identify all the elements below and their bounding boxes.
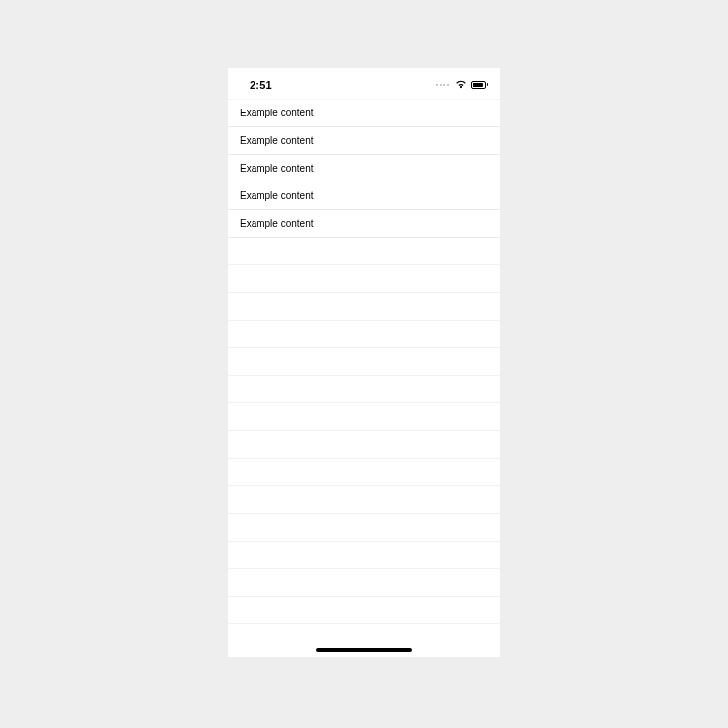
list-item-label: Example content — [240, 190, 314, 201]
list-item-label: Example content — [240, 163, 314, 174]
list-item[interactable]: Example content — [228, 182, 500, 210]
battery-icon — [471, 81, 489, 89]
list-item-empty — [228, 403, 500, 431]
home-indicator[interactable] — [316, 648, 412, 652]
phone-frame: 2:51 Example content Example content — [228, 68, 500, 657]
cellular-dots-icon — [436, 84, 449, 86]
list-item-empty — [228, 459, 500, 486]
status-bar: 2:51 — [228, 68, 500, 99]
list-item-empty — [228, 431, 500, 459]
list-item-empty — [228, 486, 500, 514]
status-icons — [436, 80, 488, 89]
list-item-empty — [228, 569, 500, 597]
list-item[interactable]: Example content — [228, 210, 500, 238]
list-item-empty — [228, 348, 500, 376]
list-item-label: Example content — [240, 218, 314, 229]
list-item-empty — [228, 321, 500, 348]
list-item-label: Example content — [240, 135, 314, 146]
list-item-empty — [228, 597, 500, 624]
list-item-empty — [228, 376, 500, 403]
list-item[interactable]: Example content — [228, 155, 500, 182]
list-item-empty — [228, 514, 500, 542]
list-item-empty — [228, 265, 500, 293]
status-time: 2:51 — [250, 79, 272, 91]
list-item[interactable]: Example content — [228, 127, 500, 155]
list-item[interactable]: Example content — [228, 100, 500, 127]
list-item-empty — [228, 293, 500, 321]
wifi-icon — [455, 80, 467, 89]
list-item-empty — [228, 238, 500, 265]
list-item-label: Example content — [240, 108, 314, 118]
list-item-empty — [228, 542, 500, 569]
content-list[interactable]: Example content Example content Example … — [228, 99, 500, 624]
